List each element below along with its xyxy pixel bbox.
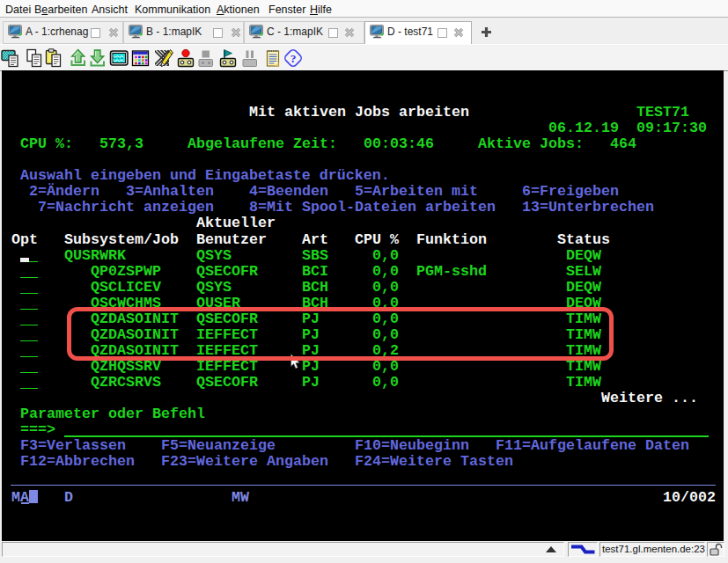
svg-text:?: ? — [290, 52, 296, 65]
